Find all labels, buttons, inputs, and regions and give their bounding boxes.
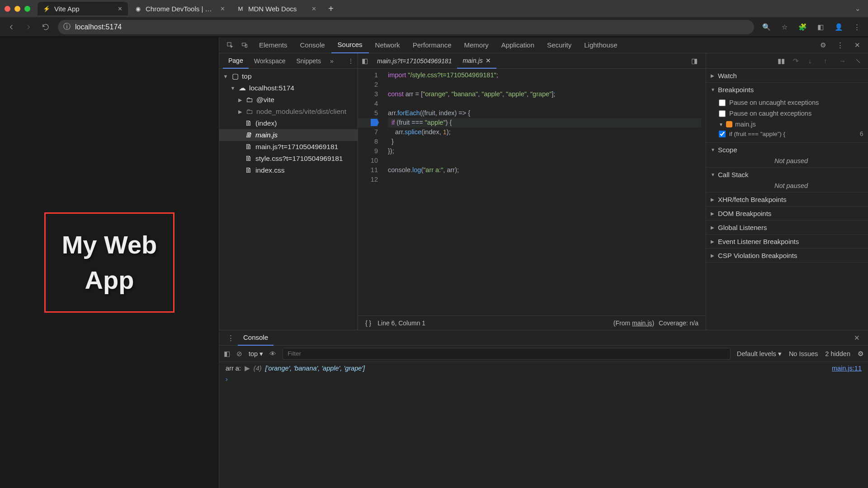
tree-file[interactable]: 🗎main.js?t=1710504969181	[219, 141, 358, 153]
devtools-tab-sources[interactable]: Sources	[331, 37, 369, 53]
favicon-icon: M	[237, 5, 244, 12]
event-listener-breakpoints-section[interactable]: ▶Event Listener Breakpoints	[706, 235, 868, 248]
devtools-tab-console[interactable]: Console	[294, 37, 331, 53]
drawer-menu-icon[interactable]: ⋮	[224, 334, 238, 342]
console-log-row[interactable]: arr a: ▶ (4) ['orange', 'banana', 'apple…	[226, 365, 862, 372]
browser-tab[interactable]: ⚡Vite App✕	[38, 2, 128, 15]
chevron-down-icon[interactable]: ⌄	[855, 5, 861, 13]
settings-icon[interactable]: ⚙	[816, 39, 829, 52]
tree-file[interactable]: 🗎index.css	[219, 164, 358, 176]
close-tab-icon[interactable]: ✕	[310, 5, 317, 12]
watch-section[interactable]: ▶Watch	[706, 69, 868, 82]
sources-subtab-page[interactable]: Page	[223, 53, 249, 69]
browser-tab[interactable]: ◉Chrome DevTools | Chrome✕	[129, 2, 231, 15]
editor-tab[interactable]: main.js✕	[457, 53, 496, 69]
close-tab-icon[interactable]: ✕	[116, 5, 123, 12]
breakpoints-section[interactable]: ▼Breakpoints	[706, 83, 868, 96]
tree-host[interactable]: ▼☁localhost:5174	[219, 82, 358, 94]
forward-button[interactable]	[24, 22, 33, 32]
toggle-navigator-icon[interactable]: ◧	[358, 57, 372, 65]
folder-icon: 🗀	[245, 108, 254, 116]
step-out-icon[interactable]: ↑	[824, 57, 832, 65]
csp-breakpoints-section[interactable]: ▶CSP Violation Breakpoints	[706, 249, 868, 262]
clear-console-icon[interactable]: ⊘	[236, 350, 242, 357]
more-tabs-icon[interactable]: »	[327, 57, 336, 65]
inspect-element-icon[interactable]	[224, 39, 236, 52]
tree-file[interactable]: 🗎main.js	[219, 129, 358, 141]
code-editor[interactable]: 123456789101112 import "/style.css?t=171…	[358, 69, 706, 315]
address-bar[interactable]: ⓘ localhost:5174	[58, 20, 754, 34]
editor-tabs: ◧ main.js?t=1710504969181main.js✕ ◨	[358, 53, 706, 69]
hidden-count[interactable]: 2 hidden	[825, 350, 850, 357]
breakpoint-file[interactable]: ▼main.js	[719, 121, 863, 128]
source-map-link[interactable]: main.js	[632, 319, 652, 327]
code-area[interactable]: import "/style.css?t=1710504969181";cons…	[382, 69, 706, 315]
devtools-tab-performance[interactable]: Performance	[406, 37, 458, 53]
step-icon[interactable]: →	[839, 57, 847, 65]
context-selector[interactable]: top ▾	[249, 350, 263, 357]
close-devtools-icon[interactable]: ✕	[851, 39, 863, 52]
profile-icon[interactable]: 👤	[834, 22, 844, 32]
devtools-tab-application[interactable]: Application	[495, 37, 541, 53]
maximize-window-icon[interactable]	[24, 6, 30, 12]
format-code-icon[interactable]: { }	[365, 319, 371, 327]
log-levels-selector[interactable]: Default levels ▾	[737, 350, 782, 357]
tree-folder-node-modules[interactable]: ▶🗀node_modules/vite/dist/client	[219, 106, 358, 117]
scope-section[interactable]: ▼Scope	[706, 143, 868, 156]
breakpoint-item[interactable]: if (fruit === "apple") {6	[719, 128, 863, 140]
console-filter-input[interactable]	[283, 348, 731, 360]
dom-breakpoints-section[interactable]: ▶DOM Breakpoints	[706, 206, 868, 220]
console-input[interactable]: ›	[226, 375, 862, 383]
pause-caught-checkbox[interactable]: Pause on caught exceptions	[719, 108, 863, 119]
device-toggle-icon[interactable]	[238, 39, 251, 52]
console-log-source-link[interactable]: main.js:11	[832, 365, 862, 372]
console-sidebar-toggle-icon[interactable]: ◧	[224, 350, 230, 357]
step-into-icon[interactable]: ↓	[808, 57, 816, 65]
reload-button[interactable]	[41, 22, 51, 32]
close-drawer-icon[interactable]: ✕	[850, 334, 863, 342]
pause-uncaught-checkbox[interactable]: Pause on uncaught exceptions	[719, 97, 863, 108]
tree-folder-vite[interactable]: ▶🗀@vite	[219, 94, 358, 106]
sources-subtab-snippets[interactable]: Snippets	[291, 53, 326, 69]
close-tab-icon[interactable]: ✕	[486, 57, 491, 64]
editor-tab[interactable]: main.js?t=1710504969181	[372, 53, 457, 69]
devtools-tab-security[interactable]: Security	[541, 37, 578, 53]
pause-button[interactable]: ▮▮	[778, 57, 786, 65]
more-options-icon[interactable]: ⋮	[344, 57, 358, 65]
tree-top[interactable]: ▼▢top	[219, 70, 358, 82]
tree-file[interactable]: 🗎style.css?t=1710504969181	[219, 153, 358, 164]
new-tab-button[interactable]: +	[325, 2, 337, 15]
step-over-icon[interactable]: ↷	[793, 57, 801, 65]
zoom-icon[interactable]: 🔍	[761, 22, 771, 32]
console-settings-icon[interactable]: ⚙	[858, 350, 863, 357]
minimize-window-icon[interactable]	[14, 6, 20, 12]
close-tab-icon[interactable]: ✕	[219, 5, 226, 12]
live-expression-icon[interactable]: 👁	[269, 350, 276, 357]
devtools-tab-memory[interactable]: Memory	[458, 37, 495, 53]
bookmark-icon[interactable]: ☆	[779, 22, 789, 32]
extensions-icon[interactable]: 🧩	[797, 22, 807, 32]
menu-icon[interactable]: ⋮	[852, 22, 862, 32]
close-window-icon[interactable]	[5, 6, 10, 12]
back-button[interactable]	[6, 22, 16, 32]
devtools-tab-elements[interactable]: Elements	[253, 37, 294, 53]
site-info-icon[interactable]: ⓘ	[63, 22, 71, 32]
devtools-main-tabs: ElementsConsoleSourcesNetworkPerformance…	[219, 37, 868, 53]
deactivate-breakpoints-icon[interactable]: ⟍	[854, 57, 863, 65]
side-panel-icon[interactable]: ◧	[816, 22, 826, 32]
devtools-tab-lighthouse[interactable]: Lighthouse	[578, 37, 623, 53]
devtools-tab-network[interactable]: Network	[369, 37, 406, 53]
issues-badge[interactable]: No Issues	[789, 350, 818, 357]
file-icon: 🗎	[245, 143, 253, 151]
global-listeners-section[interactable]: ▶Global Listeners	[706, 221, 868, 234]
console-drawer-tab[interactable]: Console	[238, 330, 274, 346]
browser-tab[interactable]: MMDN Web Docs✕	[231, 2, 322, 15]
folder-icon: 🗀	[245, 96, 254, 104]
callstack-section[interactable]: ▼Call Stack	[706, 168, 868, 181]
tree-file[interactable]: 🗎(index)	[219, 117, 358, 129]
toggle-debugger-icon[interactable]: ◨	[688, 57, 701, 65]
more-icon[interactable]: ⋮	[834, 39, 846, 52]
sources-subtab-workspace[interactable]: Workspace	[249, 53, 291, 69]
line-gutter[interactable]: 123456789101112	[358, 69, 382, 315]
xhr-breakpoints-section[interactable]: ▶XHR/fetch Breakpoints	[706, 192, 868, 206]
